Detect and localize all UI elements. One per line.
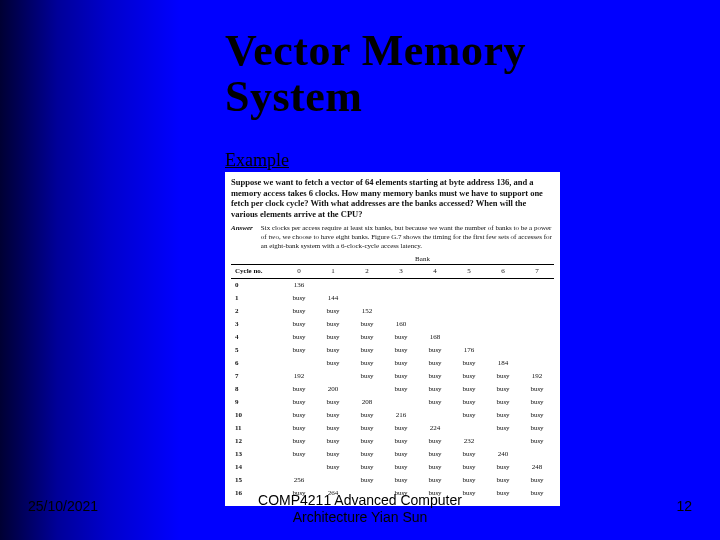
bank-cell: busy — [316, 396, 350, 409]
bank-cell — [520, 448, 554, 461]
bank-cell: busy — [520, 409, 554, 422]
bank-cell: busy — [282, 435, 316, 448]
example-figure: Suppose we want to fetch a vector of 64 … — [225, 172, 560, 506]
bank-cell: busy — [350, 344, 384, 357]
bank-cell: busy — [384, 461, 418, 474]
bank-cell — [282, 357, 316, 370]
bank-cell: busy — [316, 409, 350, 422]
slide-title: Vector Memory System — [225, 28, 526, 120]
bank-cell: 208 — [350, 396, 384, 409]
bank-cell — [384, 292, 418, 305]
bank-cell: busy — [418, 383, 452, 396]
cycle-cell: 12 — [231, 435, 282, 448]
table-row: 14busybusybusybusybusybusy248 — [231, 461, 554, 474]
bank-cell: busy — [282, 383, 316, 396]
footer-page-number: 12 — [676, 498, 692, 514]
timing-table-head: Cycle no.01234567 — [231, 264, 554, 278]
bank-cell: 216 — [384, 409, 418, 422]
bank-cell: busy — [520, 474, 554, 487]
bank-cell: 256 — [282, 474, 316, 487]
bank-cell: busy — [316, 357, 350, 370]
bank-header: Bank — [231, 255, 554, 263]
bank-cell: busy — [486, 383, 520, 396]
bank-cell — [486, 344, 520, 357]
cycle-cell: 8 — [231, 383, 282, 396]
answer-text: Six clocks per access require at least s… — [261, 224, 554, 251]
bank-cell: busy — [316, 331, 350, 344]
table-row: 2busybusy152 — [231, 305, 554, 318]
bank-cell: busy — [520, 396, 554, 409]
bank-cell — [452, 278, 486, 292]
cycle-cell: 11 — [231, 422, 282, 435]
bank-cell: busy — [282, 396, 316, 409]
bank-cell: 232 — [452, 435, 486, 448]
bank-cell — [316, 370, 350, 383]
bank-cell — [520, 357, 554, 370]
bank-cell — [486, 278, 520, 292]
bank-cell — [350, 383, 384, 396]
bank-cell — [384, 305, 418, 318]
bank-cell: busy — [384, 435, 418, 448]
bank-cell — [486, 331, 520, 344]
title-line-1: Vector Memory — [225, 26, 526, 75]
bank-cell: 192 — [520, 370, 554, 383]
bank-cell: 136 — [282, 278, 316, 292]
cycle-cell: 15 — [231, 474, 282, 487]
bank-cell: busy — [316, 448, 350, 461]
example-label: Example — [225, 150, 289, 171]
bank-cell: busy — [418, 435, 452, 448]
timing-table-body: 01361busy1442busybusy1523busybusybusy160… — [231, 278, 554, 500]
bank-cell: busy — [418, 474, 452, 487]
bank-cell: busy — [418, 448, 452, 461]
cycle-cell: 3 — [231, 318, 282, 331]
bank-cell: busy — [316, 461, 350, 474]
bank-cell — [316, 474, 350, 487]
bank-cell — [282, 461, 316, 474]
bank-cell: busy — [384, 344, 418, 357]
cycle-cell: 4 — [231, 331, 282, 344]
table-row: 3busybusybusy160 — [231, 318, 554, 331]
bank-cell: busy — [486, 474, 520, 487]
bank-cell: busy — [350, 318, 384, 331]
cycle-cell: 5 — [231, 344, 282, 357]
bank-cell: busy — [350, 435, 384, 448]
bank-cell: busy — [418, 461, 452, 474]
bank-cell: busy — [282, 318, 316, 331]
bank-cell — [520, 292, 554, 305]
bank-cell: busy — [350, 357, 384, 370]
table-row: 1busy144 — [231, 292, 554, 305]
bank-cell — [384, 278, 418, 292]
table-row: 6busybusybusybusybusy184 — [231, 357, 554, 370]
bank-cell: busy — [350, 448, 384, 461]
bank-cell: busy — [282, 331, 316, 344]
col-bank-4: 4 — [418, 264, 452, 278]
bank-cell: busy — [282, 409, 316, 422]
bank-cell — [350, 292, 384, 305]
cycle-cell: 14 — [231, 461, 282, 474]
bank-cell: busy — [282, 305, 316, 318]
bank-cell: busy — [282, 422, 316, 435]
bank-cell — [520, 318, 554, 331]
bank-cell — [486, 292, 520, 305]
bank-cell: 152 — [350, 305, 384, 318]
bank-cell: busy — [282, 448, 316, 461]
table-row: 15256busybusybusybusybusybusy — [231, 474, 554, 487]
table-row: 11busybusybusybusy224busybusy — [231, 422, 554, 435]
bank-cell: busy — [282, 292, 316, 305]
bank-cell: busy — [418, 357, 452, 370]
col-bank-6: 6 — [486, 264, 520, 278]
bank-cell: busy — [452, 383, 486, 396]
bank-cell: 160 — [384, 318, 418, 331]
bank-cell: 168 — [418, 331, 452, 344]
bank-cell: busy — [520, 435, 554, 448]
bank-cell — [520, 344, 554, 357]
cycle-cell: 2 — [231, 305, 282, 318]
bank-cell: 184 — [486, 357, 520, 370]
cycle-cell: 7 — [231, 370, 282, 383]
bank-cell: busy — [384, 370, 418, 383]
bank-cell — [520, 331, 554, 344]
table-row: 5busybusybusybusybusy176 — [231, 344, 554, 357]
bank-cell: busy — [350, 409, 384, 422]
bank-cell: busy — [452, 370, 486, 383]
bank-cell: busy — [350, 422, 384, 435]
